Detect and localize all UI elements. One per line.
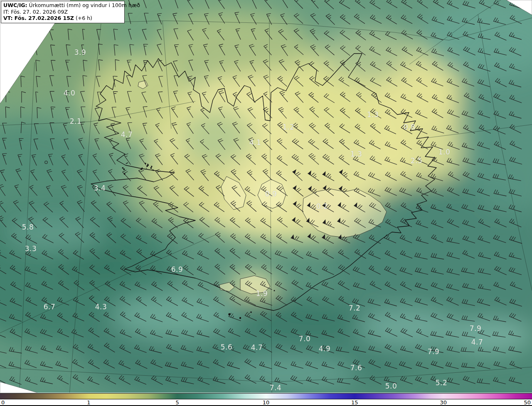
colorbar-gradient [0, 393, 532, 399]
colorbar-tick: 5 [176, 399, 179, 406]
colorbar-tick: 10 [263, 399, 270, 406]
title-line-1: UWC/IG: Úrkomumætti (mm) og vindur i 100… [3, 2, 122, 9]
colorbar-tick: 30 [440, 399, 447, 406]
colorbar: 01510153050 [0, 393, 532, 406]
valid-time: VT: Fös. 27.02.2026 15Z [3, 15, 74, 21]
title-box: UWC/IG: Úrkomumætti (mm) og vindur i 100… [1, 1, 125, 23]
map-area [0, 0, 532, 393]
colorbar-tick-labels: 01510153050 [0, 399, 532, 406]
map-canvas [0, 0, 532, 393]
valid-time-line: VT: Fös. 27.02.2026 15Z (+6 h) [3, 15, 122, 22]
valid-offset: (+6 h) [76, 15, 92, 21]
colorbar-tick: 0 [1, 399, 5, 406]
colorbar-tick: 1 [87, 399, 90, 406]
init-time: IT: Fös. 27. 02. 2026 09Z [3, 9, 122, 15]
colorbar-tick: 50 [524, 399, 531, 406]
chart-title: Úrkomumætti (mm) og vindur i 100m hæð [29, 2, 140, 8]
product-code: UWC/IG: [3, 2, 27, 8]
weather-map-figure: 3.94.02.14.74.11.21.30.81.31.02.53.40.90… [0, 0, 532, 406]
colorbar-tick: 15 [351, 399, 358, 406]
